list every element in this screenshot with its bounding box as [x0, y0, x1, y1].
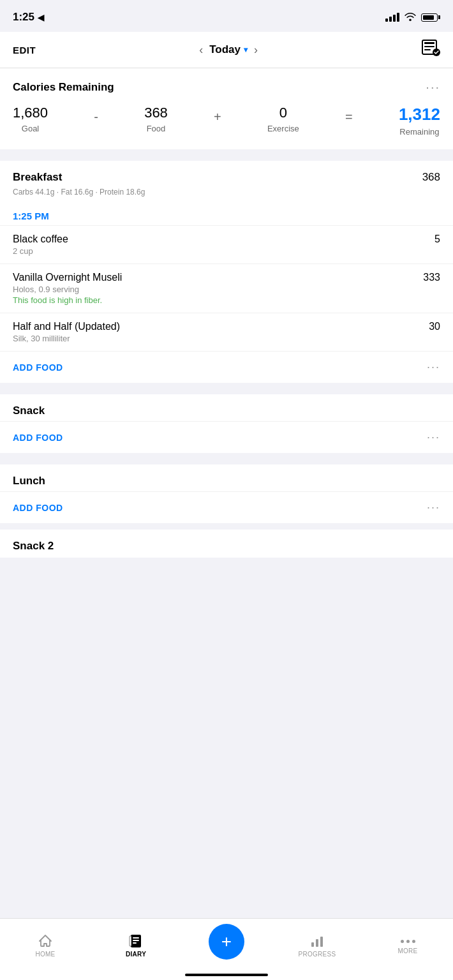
food-name-black-coffee: Black coffee: [13, 234, 427, 245]
date-dropdown-arrow[interactable]: ▾: [244, 45, 248, 54]
status-bar: 1:25 ◀: [0, 0, 453, 32]
tab-progress-label: PROGRESS: [298, 951, 336, 958]
section-separator-4: [0, 523, 453, 530]
tab-diary[interactable]: DIARY: [114, 933, 158, 958]
food-item-museli[interactable]: Vanilla Overnight Museli Holos, 0.9 serv…: [0, 264, 453, 313]
diary-icon: [128, 933, 144, 949]
breakfast-macros: Carbs 44.1g · Fat 16.6g · Protein 18.6g: [0, 188, 453, 204]
food-cal-museli: 333: [415, 272, 440, 283]
signal-icon: [385, 13, 399, 22]
remaining-value: 1,312: [399, 105, 440, 124]
status-time: 1:25 ◀: [13, 11, 44, 24]
lunch-add-food-row: ADD FOOD ···: [0, 491, 453, 523]
battery-icon: [421, 13, 440, 22]
svg-rect-8: [133, 942, 137, 944]
section-separator-1: [0, 154, 453, 161]
add-button[interactable]: +: [209, 924, 244, 960]
svg-rect-9: [130, 936, 131, 946]
nav-center: ‹ Today ▾ ›: [199, 43, 258, 57]
svg-rect-10: [311, 942, 314, 947]
svg-rect-1: [424, 42, 434, 44]
food-item-half-half[interactable]: Half and Half (Updated) Silk, 30 millili…: [0, 313, 453, 351]
food-note-museli: This food is high in fiber.: [13, 295, 415, 305]
home-indicator: [185, 974, 268, 976]
snack2-section: Snack 2: [0, 530, 453, 558]
food-value: 368: [144, 105, 168, 121]
lunch-add-food-button[interactable]: ADD FOOD: [13, 503, 63, 513]
lunch-title: Lunch: [13, 475, 45, 487]
food-info-museli: Vanilla Overnight Museli Holos, 0.9 serv…: [13, 272, 415, 305]
breakfast-more-dots[interactable]: ···: [427, 360, 440, 374]
home-icon: [38, 933, 53, 949]
today-title: Today ▾: [209, 43, 248, 56]
snack2-title: Snack 2: [13, 540, 54, 552]
section-separator-2: [0, 383, 453, 389]
section-separator-3: [0, 453, 453, 459]
breakfast-title: Breakfast: [13, 171, 63, 184]
food-cal-black-coffee: 5: [427, 234, 440, 245]
svg-rect-6: [133, 937, 139, 939]
main-content: Calories Remaining ··· 1,680 Goal - 368 …: [0, 68, 453, 634]
plus-op: +: [214, 105, 221, 124]
tab-diary-label: DIARY: [126, 951, 146, 958]
tab-more[interactable]: MORE: [385, 937, 430, 954]
goal-item: 1,680 Goal: [13, 105, 48, 133]
remaining-item: 1,312 Remaining: [399, 105, 440, 137]
snack-section: Snack ADD FOOD ···: [0, 394, 453, 453]
calories-row: 1,680 Goal - 368 Food + 0 Exercise = 1,3…: [13, 105, 440, 137]
snack-add-food-button[interactable]: ADD FOOD: [13, 433, 63, 443]
minus-op: -: [94, 105, 98, 124]
prev-day-button[interactable]: ‹: [199, 43, 203, 57]
snack-add-food-row: ADD FOOD ···: [0, 421, 453, 453]
snack-header: Snack: [0, 394, 453, 421]
svg-rect-12: [320, 937, 323, 947]
goal-label: Goal: [22, 124, 39, 133]
add-button-icon: +: [221, 933, 232, 951]
calories-title: Calories Remaining: [13, 81, 114, 94]
food-item-black-coffee[interactable]: Black coffee 2 cup 5: [0, 225, 453, 264]
tab-home-label: HOME: [35, 951, 55, 958]
exercise-label: Exercise: [267, 124, 299, 133]
log-book-icon[interactable]: [421, 40, 440, 60]
breakfast-time: 1:25 PM: [0, 204, 453, 225]
lunch-header: Lunch: [0, 464, 453, 491]
breakfast-section: Breakfast 368 Carbs 44.1g · Fat 16.6g · …: [0, 161, 453, 383]
exercise-value: 0: [279, 105, 287, 121]
snack-more-dots[interactable]: ···: [427, 431, 440, 444]
more-icon: [401, 937, 415, 946]
lunch-more-dots[interactable]: ···: [427, 501, 440, 514]
snack-title: Snack: [13, 405, 45, 417]
next-day-button[interactable]: ›: [254, 43, 258, 57]
edit-button[interactable]: EDIT: [13, 45, 36, 56]
food-info-half-half: Half and Half (Updated) Silk, 30 millili…: [13, 321, 421, 343]
food-cal-half-half: 30: [421, 321, 440, 332]
bottom-nav: HOME DIARY + PROGRESS MORE: [0, 918, 453, 980]
breakfast-calories: 368: [422, 171, 440, 184]
svg-rect-3: [424, 49, 431, 50]
calories-more-dots[interactable]: ···: [426, 80, 440, 94]
breakfast-add-food-row: ADD FOOD ···: [0, 351, 453, 383]
remaining-label: Remaining: [399, 127, 439, 137]
nav-bar: EDIT ‹ Today ▾ ›: [0, 32, 453, 68]
tab-more-label: MORE: [397, 947, 417, 954]
progress-icon: [309, 933, 325, 949]
food-item: 368 Food: [144, 105, 168, 133]
calories-card: Calories Remaining ··· 1,680 Goal - 368 …: [0, 68, 453, 149]
svg-rect-2: [424, 46, 434, 47]
breakfast-add-food-button[interactable]: ADD FOOD: [13, 362, 63, 373]
equals-op: =: [345, 105, 353, 124]
tab-add[interactable]: +: [204, 924, 249, 963]
tab-progress[interactable]: PROGRESS: [295, 933, 339, 958]
svg-rect-7: [133, 940, 139, 941]
food-name-half-half: Half and Half (Updated): [13, 321, 421, 332]
calories-header: Calories Remaining ···: [13, 80, 440, 94]
wifi-icon: [405, 12, 416, 23]
exercise-item: 0 Exercise: [267, 105, 299, 133]
goal-value: 1,680: [13, 105, 48, 121]
food-detail-museli: Holos, 0.9 serving: [13, 285, 415, 294]
tab-home[interactable]: HOME: [23, 933, 68, 958]
location-icon: ◀: [38, 13, 44, 22]
food-detail-black-coffee: 2 cup: [13, 246, 427, 256]
lunch-section: Lunch ADD FOOD ···: [0, 464, 453, 523]
breakfast-header: Breakfast 368: [0, 161, 453, 188]
